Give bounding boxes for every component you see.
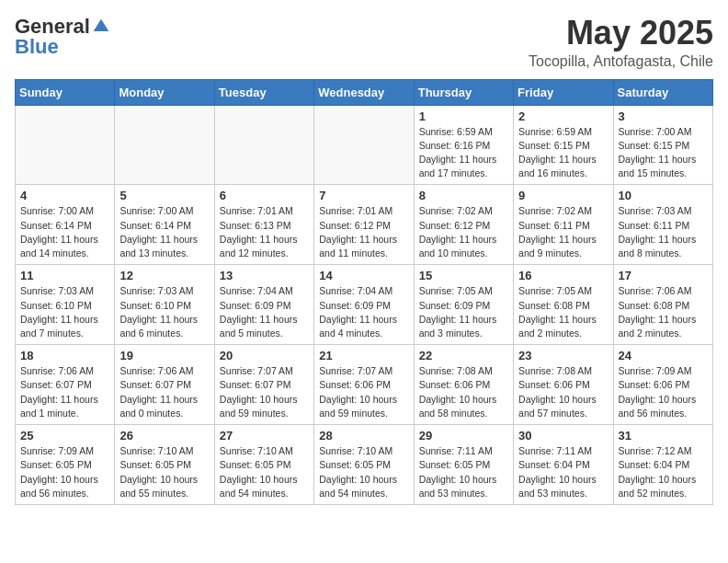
calendar-cell: 7Sunrise: 7:01 AM Sunset: 6:12 PM Daylig… xyxy=(314,185,414,265)
day-info: Sunrise: 7:03 AM Sunset: 6:11 PM Dayligh… xyxy=(619,204,708,260)
day-info: Sunrise: 7:03 AM Sunset: 6:10 PM Dayligh… xyxy=(20,284,109,340)
day-info: Sunrise: 7:00 AM Sunset: 6:14 PM Dayligh… xyxy=(20,204,109,260)
day-number: 22 xyxy=(419,349,508,362)
day-number: 13 xyxy=(220,269,309,282)
calendar-cell: 11Sunrise: 7:03 AM Sunset: 6:10 PM Dayli… xyxy=(16,265,115,345)
day-info: Sunrise: 7:08 AM Sunset: 6:06 PM Dayligh… xyxy=(518,364,608,420)
title-section: May 2025 Tocopilla, Antofagasta, Chile xyxy=(529,15,713,70)
day-number: 11 xyxy=(20,269,109,282)
day-info: Sunrise: 7:06 AM Sunset: 6:07 PM Dayligh… xyxy=(20,364,109,420)
calendar-header-row: SundayMondayTuesdayWednesdayThursdayFrid… xyxy=(16,79,713,105)
day-number: 14 xyxy=(319,269,408,282)
calendar-week-row: 4Sunrise: 7:00 AM Sunset: 6:14 PM Daylig… xyxy=(16,185,713,265)
day-info: Sunrise: 7:02 AM Sunset: 6:11 PM Dayligh… xyxy=(518,204,608,260)
day-number: 5 xyxy=(119,189,209,202)
calendar-cell: 20Sunrise: 7:07 AM Sunset: 6:07 PM Dayli… xyxy=(214,345,313,425)
calendar-cell: 31Sunrise: 7:12 AM Sunset: 6:04 PM Dayli… xyxy=(613,425,712,505)
day-info: Sunrise: 7:12 AM Sunset: 6:04 PM Dayligh… xyxy=(619,444,708,500)
day-number: 2 xyxy=(518,109,608,123)
day-number: 20 xyxy=(220,349,309,362)
day-number: 21 xyxy=(319,349,408,362)
day-number: 30 xyxy=(518,429,608,442)
month-title: May 2025 xyxy=(529,15,713,52)
logo: General Blue xyxy=(15,15,110,59)
column-header-monday: Monday xyxy=(115,79,214,105)
location-subtitle: Tocopilla, Antofagasta, Chile xyxy=(529,53,713,70)
calendar-cell: 23Sunrise: 7:08 AM Sunset: 6:06 PM Dayli… xyxy=(514,345,613,425)
day-number: 26 xyxy=(119,429,209,442)
calendar-cell xyxy=(214,105,313,185)
calendar-cell: 27Sunrise: 7:10 AM Sunset: 6:05 PM Dayli… xyxy=(214,425,313,505)
day-info: Sunrise: 7:01 AM Sunset: 6:12 PM Dayligh… xyxy=(319,204,408,260)
day-info: Sunrise: 7:08 AM Sunset: 6:06 PM Dayligh… xyxy=(419,364,508,420)
day-number: 23 xyxy=(518,349,608,362)
calendar-cell xyxy=(314,105,414,185)
day-number: 1 xyxy=(419,109,508,123)
day-number: 8 xyxy=(419,189,508,202)
calendar-cell: 18Sunrise: 7:06 AM Sunset: 6:07 PM Dayli… xyxy=(16,345,115,425)
calendar-cell: 3Sunrise: 7:00 AM Sunset: 6:15 PM Daylig… xyxy=(613,105,712,185)
calendar-cell: 2Sunrise: 6:59 AM Sunset: 6:15 PM Daylig… xyxy=(514,105,613,185)
calendar-cell: 9Sunrise: 7:02 AM Sunset: 6:11 PM Daylig… xyxy=(514,185,613,265)
day-info: Sunrise: 7:05 AM Sunset: 6:08 PM Dayligh… xyxy=(518,284,608,340)
calendar-cell: 25Sunrise: 7:09 AM Sunset: 6:05 PM Dayli… xyxy=(16,425,115,505)
calendar-cell: 8Sunrise: 7:02 AM Sunset: 6:12 PM Daylig… xyxy=(414,185,513,265)
day-number: 9 xyxy=(518,189,608,202)
day-info: Sunrise: 7:06 AM Sunset: 6:08 PM Dayligh… xyxy=(619,284,708,340)
calendar-cell: 26Sunrise: 7:10 AM Sunset: 6:05 PM Dayli… xyxy=(115,425,214,505)
day-info: Sunrise: 7:09 AM Sunset: 6:06 PM Dayligh… xyxy=(619,364,708,420)
day-info: Sunrise: 7:03 AM Sunset: 6:10 PM Dayligh… xyxy=(119,284,209,340)
column-header-saturday: Saturday xyxy=(613,79,712,105)
day-info: Sunrise: 7:07 AM Sunset: 6:07 PM Dayligh… xyxy=(220,364,309,420)
calendar-cell: 29Sunrise: 7:11 AM Sunset: 6:05 PM Dayli… xyxy=(414,425,513,505)
day-info: Sunrise: 7:06 AM Sunset: 6:07 PM Dayligh… xyxy=(119,364,209,420)
day-info: Sunrise: 7:04 AM Sunset: 6:09 PM Dayligh… xyxy=(319,284,408,340)
day-info: Sunrise: 7:11 AM Sunset: 6:04 PM Dayligh… xyxy=(518,444,608,500)
calendar-cell: 21Sunrise: 7:07 AM Sunset: 6:06 PM Dayli… xyxy=(314,345,414,425)
day-info: Sunrise: 7:05 AM Sunset: 6:09 PM Dayligh… xyxy=(419,284,508,340)
calendar-cell: 12Sunrise: 7:03 AM Sunset: 6:10 PM Dayli… xyxy=(115,265,214,345)
day-number: 16 xyxy=(518,269,608,282)
day-info: Sunrise: 7:00 AM Sunset: 6:14 PM Dayligh… xyxy=(119,204,209,260)
day-number: 3 xyxy=(619,109,708,123)
calendar-cell: 17Sunrise: 7:06 AM Sunset: 6:08 PM Dayli… xyxy=(613,265,712,345)
day-info: Sunrise: 7:10 AM Sunset: 6:05 PM Dayligh… xyxy=(319,444,408,500)
day-info: Sunrise: 7:11 AM Sunset: 6:05 PM Dayligh… xyxy=(419,444,508,500)
logo-icon xyxy=(92,17,110,36)
day-info: Sunrise: 7:00 AM Sunset: 6:15 PM Dayligh… xyxy=(619,125,708,181)
day-info: Sunrise: 7:09 AM Sunset: 6:05 PM Dayligh… xyxy=(20,444,109,500)
day-number: 19 xyxy=(119,349,209,362)
calendar-cell: 28Sunrise: 7:10 AM Sunset: 6:05 PM Dayli… xyxy=(314,425,414,505)
calendar-table: SundayMondayTuesdayWednesdayThursdayFrid… xyxy=(15,79,713,505)
calendar-cell: 6Sunrise: 7:01 AM Sunset: 6:13 PM Daylig… xyxy=(214,185,313,265)
day-number: 12 xyxy=(119,269,209,282)
day-number: 31 xyxy=(619,429,708,442)
day-number: 6 xyxy=(220,189,309,202)
day-info: Sunrise: 6:59 AM Sunset: 6:16 PM Dayligh… xyxy=(419,125,508,181)
calendar-cell: 15Sunrise: 7:05 AM Sunset: 6:09 PM Dayli… xyxy=(414,265,513,345)
day-info: Sunrise: 7:07 AM Sunset: 6:06 PM Dayligh… xyxy=(319,364,408,420)
column-header-friday: Friday xyxy=(514,79,613,105)
calendar-cell: 1Sunrise: 6:59 AM Sunset: 6:16 PM Daylig… xyxy=(414,105,513,185)
column-header-tuesday: Tuesday xyxy=(214,79,313,105)
calendar-week-row: 25Sunrise: 7:09 AM Sunset: 6:05 PM Dayli… xyxy=(16,425,713,505)
svg-marker-0 xyxy=(94,19,109,31)
calendar-cell: 22Sunrise: 7:08 AM Sunset: 6:06 PM Dayli… xyxy=(414,345,513,425)
day-number: 18 xyxy=(20,349,109,362)
calendar-cell: 10Sunrise: 7:03 AM Sunset: 6:11 PM Dayli… xyxy=(613,185,712,265)
calendar-week-row: 11Sunrise: 7:03 AM Sunset: 6:10 PM Dayli… xyxy=(16,265,713,345)
column-header-sunday: Sunday xyxy=(16,79,115,105)
calendar-cell: 16Sunrise: 7:05 AM Sunset: 6:08 PM Dayli… xyxy=(514,265,613,345)
day-info: Sunrise: 7:10 AM Sunset: 6:05 PM Dayligh… xyxy=(220,444,309,500)
day-number: 7 xyxy=(319,189,408,202)
calendar-week-row: 18Sunrise: 7:06 AM Sunset: 6:07 PM Dayli… xyxy=(16,345,713,425)
day-number: 27 xyxy=(220,429,309,442)
calendar-cell: 13Sunrise: 7:04 AM Sunset: 6:09 PM Dayli… xyxy=(214,265,313,345)
column-header-thursday: Thursday xyxy=(414,79,513,105)
day-info: Sunrise: 6:59 AM Sunset: 6:15 PM Dayligh… xyxy=(518,125,608,181)
day-number: 10 xyxy=(619,189,708,202)
column-header-wednesday: Wednesday xyxy=(314,79,414,105)
day-info: Sunrise: 7:01 AM Sunset: 6:13 PM Dayligh… xyxy=(220,204,309,260)
calendar-cell: 24Sunrise: 7:09 AM Sunset: 6:06 PM Dayli… xyxy=(613,345,712,425)
day-info: Sunrise: 7:04 AM Sunset: 6:09 PM Dayligh… xyxy=(220,284,309,340)
